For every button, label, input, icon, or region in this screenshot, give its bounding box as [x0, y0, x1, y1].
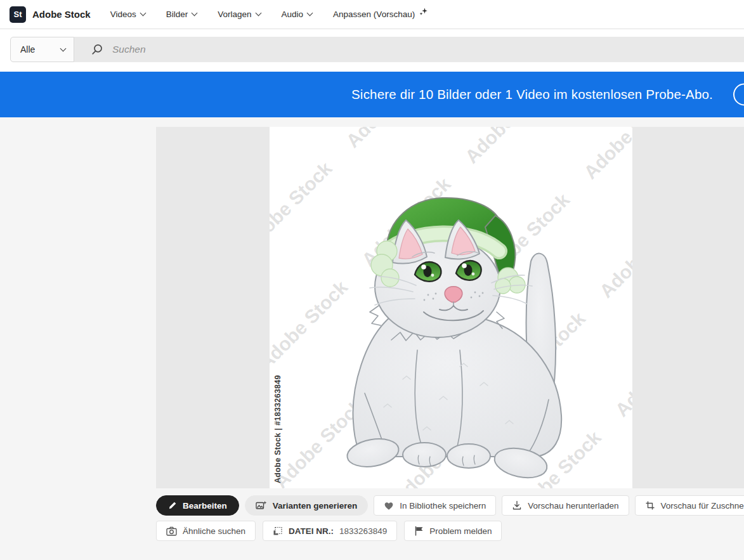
brand-title: Adobe Stock — [32, 9, 91, 20]
secondary-actions: Ähnliche suchen DATEI NR.: 1833263849 Pr… — [156, 521, 502, 541]
chevron-down-icon — [307, 10, 313, 16]
download-icon — [512, 500, 522, 511]
nav-item-label: Vorlagen — [218, 10, 251, 19]
chevron-down-icon — [60, 45, 67, 51]
chevron-down-icon — [255, 10, 261, 16]
adobe-stock-logo[interactable]: St — [10, 6, 26, 23]
save-to-library-button[interactable]: In Bibliothek speichern — [374, 495, 496, 516]
promo-banner: Sichere dir 10 Bilder oder 1 Video im ko… — [0, 72, 744, 117]
button-label: Vorschau herunterladen — [528, 501, 618, 511]
file-number-button[interactable]: DATEI NR.: 1833263849 — [263, 521, 397, 541]
button-label: Problem melden — [429, 526, 492, 536]
crop-icon — [645, 500, 655, 511]
sparkles-icon — [419, 8, 428, 18]
search-similar-button[interactable]: Ähnliche suchen — [156, 521, 256, 541]
main-menu: Videos Bilder Vorlagen Audio Anpassen (V… — [110, 10, 428, 19]
download-preview-button[interactable]: Vorschau herunterladen — [502, 495, 629, 516]
report-problem-button[interactable]: Problem melden — [404, 521, 502, 541]
search-field[interactable] — [74, 37, 744, 62]
button-label: Varianten generieren — [273, 501, 358, 511]
top-nav-bar: St Adobe Stock Videos Bilder Vorlagen Au… — [0, 0, 744, 29]
search-icon — [91, 44, 103, 55]
media-viewer: Adobe Stock — [156, 127, 744, 488]
image-credit-text: Adobe Stock | #1833263849 — [273, 375, 282, 483]
cat-illustration: Adobe Stock — [270, 127, 632, 488]
nav-item-anpassen-vorschau[interactable]: Anpassen (Vorschau) — [333, 10, 428, 19]
nav-item-audio[interactable]: Audio — [282, 10, 313, 19]
pencil-icon — [168, 501, 177, 510]
search-category-dropdown[interactable]: Alle — [10, 37, 74, 62]
chevron-down-icon — [192, 10, 198, 16]
flag-icon — [414, 526, 424, 536]
generate-variants-button[interactable]: Varianten generieren — [245, 495, 369, 516]
file-number-value: 1833263849 — [339, 526, 387, 536]
search-section: Alle — [0, 29, 744, 72]
promo-banner-cta-circle[interactable] — [733, 84, 744, 106]
search-bar: Alle — [10, 37, 744, 62]
preview-image: Adobe Stock — [270, 127, 632, 488]
file-number-icon — [273, 526, 283, 536]
chevron-down-icon — [140, 10, 146, 16]
search-input[interactable] — [111, 43, 558, 56]
nav-item-label: Anpassen (Vorschau) — [333, 10, 415, 19]
button-label: Bearbeiten — [183, 501, 227, 511]
nav-item-videos[interactable]: Videos — [110, 10, 145, 19]
file-number-label: DATEI NR.: — [289, 526, 334, 536]
promo-banner-text: Sichere dir 10 Bilder oder 1 Video im ko… — [351, 87, 713, 102]
heart-icon — [384, 501, 394, 511]
primary-actions: Bearbeiten Varianten generieren In Bibli… — [156, 495, 744, 516]
crop-preview-button[interactable]: Vorschau für Zuschneiden — [635, 495, 744, 516]
button-label: Vorschau für Zuschneiden — [661, 501, 744, 511]
nav-item-label: Bilder — [166, 10, 188, 19]
nav-item-bilder[interactable]: Bilder — [166, 10, 197, 19]
search-category-value: Alle — [20, 44, 35, 55]
camera-icon — [166, 526, 177, 536]
nav-item-label: Videos — [110, 10, 136, 19]
edit-button[interactable]: Bearbeiten — [156, 495, 239, 516]
nav-item-vorlagen[interactable]: Vorlagen — [218, 10, 260, 19]
nav-item-label: Audio — [282, 10, 304, 19]
button-label: Ähnliche suchen — [183, 526, 245, 536]
generate-variants-icon — [256, 500, 267, 511]
button-label: In Bibliothek speichern — [400, 501, 486, 511]
